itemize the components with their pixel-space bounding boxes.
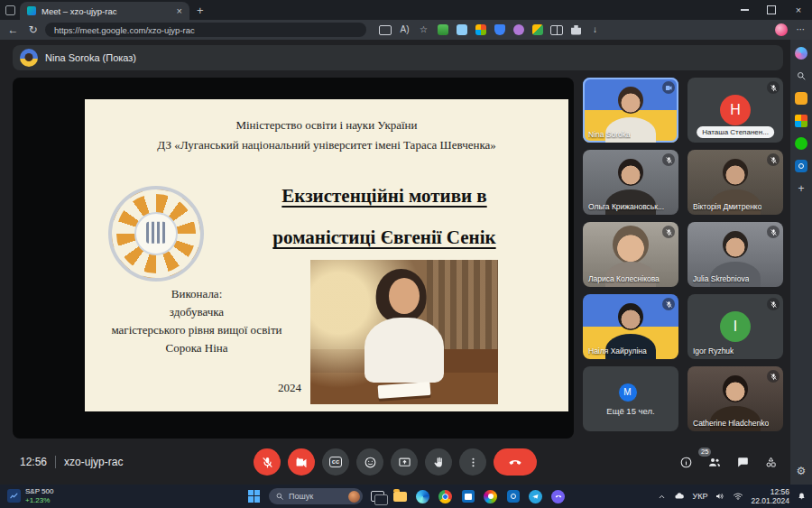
profile-avatar[interactable]	[775, 23, 788, 36]
participant-name: Julia Skrebniova	[693, 274, 749, 283]
raise-hand-button[interactable]	[425, 448, 452, 476]
extension-green-icon[interactable]	[437, 24, 448, 35]
window-maximize-button[interactable]	[758, 0, 785, 20]
start-button[interactable]	[246, 489, 262, 504]
games-icon[interactable]	[795, 137, 807, 150]
copilot-icon[interactable]	[795, 47, 807, 60]
presenter-avatar	[20, 49, 38, 67]
read-aloud-icon[interactable]: A)	[399, 25, 411, 34]
extension-shield-icon[interactable]	[494, 24, 505, 35]
mic-toggle-button[interactable]	[254, 448, 281, 476]
extension-image-icon[interactable]	[531, 24, 543, 35]
people-panel-button[interactable]: 25	[707, 455, 722, 469]
windows-logo-icon	[248, 490, 261, 503]
browser-tab-active[interactable]: Meet – xzo-ujyp-rac ×	[20, 2, 189, 20]
slide-photo	[310, 260, 498, 404]
participant-tile[interactable]: Catherine Hladchenko	[687, 366, 783, 431]
telegram-button[interactable]	[528, 489, 543, 504]
avatar-letter: I	[720, 311, 751, 342]
activities-panel-button[interactable]	[764, 456, 778, 469]
outlook-button[interactable]	[505, 489, 521, 504]
window-minimize-button[interactable]	[731, 0, 758, 20]
captions-icon: cc	[329, 457, 342, 467]
extension-person-icon[interactable]	[512, 24, 524, 35]
media-cast-icon[interactable]	[379, 25, 392, 35]
downloads-button[interactable]: ↓	[589, 25, 601, 34]
reactions-button[interactable]	[356, 448, 383, 476]
more-participants-tile[interactable]: M Ещё 15 чел.	[583, 366, 678, 431]
store-button[interactable]	[460, 489, 475, 504]
end-call-button[interactable]	[494, 448, 537, 476]
participant-tile[interactable]: Наіля Хайруліна	[583, 294, 678, 359]
participant-tile[interactable]: Julia Skrebniova	[687, 222, 783, 287]
back-button[interactable]: ←	[5, 24, 21, 35]
meeting-details-button[interactable]	[679, 456, 693, 469]
shared-screen-stage[interactable]: Міністерство освіти і науки України ДЗ «…	[13, 78, 574, 439]
favorites-star-icon[interactable]: ☆	[418, 25, 429, 34]
participant-tile[interactable]: Лариса Колеснікова	[583, 222, 678, 287]
cast-icon	[379, 25, 392, 35]
more-options-button[interactable]	[459, 448, 486, 476]
edge-sidebar: + ⚙	[790, 40, 812, 485]
participant-name: Catherine Hladchenko	[693, 419, 769, 428]
edge-browser-button[interactable]	[415, 489, 430, 504]
participant-tile[interactable]: Ольга Крижановськ...	[583, 150, 678, 215]
new-tab-button[interactable]: +	[197, 5, 204, 16]
participant-tile[interactable]: Н Наташа Степанен...	[687, 78, 783, 143]
task-view-button[interactable]	[370, 489, 385, 504]
wifi-icon[interactable]	[733, 491, 743, 502]
sidebar-search-icon[interactable]	[795, 69, 807, 82]
outlook-icon[interactable]	[795, 160, 807, 172]
presenter-banner[interactable]: Nina Soroka (Показ)	[13, 45, 783, 70]
adblock-icon	[438, 24, 448, 35]
participant-tile-self[interactable]: Nina Soroka	[583, 78, 678, 143]
notification-bell-icon[interactable]	[797, 492, 807, 502]
refresh-button[interactable]: ↻	[25, 24, 41, 35]
chat-panel-button[interactable]	[736, 456, 750, 469]
extensions-button[interactable]	[570, 25, 582, 35]
extension-snowflake-icon[interactable]	[456, 24, 467, 35]
divider	[55, 456, 56, 468]
microsoft365-icon[interactable]	[795, 115, 807, 127]
viber-button[interactable]	[550, 489, 566, 504]
split-screen-button[interactable]	[550, 25, 563, 35]
presentation-slide: Міністерство освіти і науки України ДЗ «…	[85, 99, 568, 411]
camera-toggle-button[interactable]	[288, 448, 315, 476]
browser-toolbar: ← ↻ https://meet.google.com/xzo-ujyp-rac…	[0, 20, 812, 40]
sidebar-settings-icon[interactable]: ⚙	[795, 465, 807, 477]
tab-close-icon[interactable]: ×	[177, 6, 182, 16]
sidebar-add-icon[interactable]: +	[795, 182, 807, 195]
window-close-button[interactable]: ×	[785, 0, 812, 20]
workspaces-icon[interactable]	[0, 5, 20, 15]
participant-tile[interactable]: Вікторія Дмитренко	[687, 150, 783, 215]
taskbar-center: Пошук	[246, 485, 566, 508]
file-explorer-button[interactable]	[392, 489, 408, 504]
puzzle-icon	[571, 25, 581, 35]
slide-header-line1: Міністерство освіти і науки України	[85, 115, 568, 135]
chrome-browser-button[interactable]	[438, 489, 453, 504]
mic-muted-icon	[662, 226, 675, 238]
address-bar[interactable]: https://meet.google.com/xzo-ujyp-rac	[45, 23, 366, 37]
participant-tile[interactable]: I Igor Ryzhuk	[687, 294, 783, 359]
meeting-panels: 25	[679, 442, 778, 482]
search-highlight-avatar	[348, 491, 360, 503]
shopping-icon[interactable]	[795, 92, 807, 105]
extension-grid-icon[interactable]	[475, 24, 486, 35]
settings-menu-button[interactable]: ⋯	[795, 25, 807, 34]
language-indicator[interactable]: УКР	[692, 492, 707, 501]
taskbar-clock[interactable]: 12:56 22.01.2024	[751, 487, 789, 505]
volume-icon[interactable]	[715, 491, 725, 502]
tray-expand-button[interactable]	[657, 492, 667, 502]
widgets-button[interactable]: S&P 500 +1.23%	[7, 487, 53, 504]
grid-icon	[475, 24, 486, 35]
widget-change: +1.23%	[25, 496, 53, 504]
taskbar-search[interactable]: Пошук	[269, 488, 363, 504]
captions-button[interactable]: cc	[322, 448, 349, 476]
onedrive-icon[interactable]	[674, 491, 685, 502]
toolbar-icons: A) ☆ ↓ ⋯	[379, 23, 807, 36]
more-participants: M Ещё 15 чел.	[583, 366, 678, 431]
present-button[interactable]	[391, 448, 418, 476]
tab-group-icon	[5, 5, 15, 15]
system-tray: УКР 12:56 22.01.2024	[657, 485, 807, 508]
photos-button[interactable]	[483, 489, 498, 504]
